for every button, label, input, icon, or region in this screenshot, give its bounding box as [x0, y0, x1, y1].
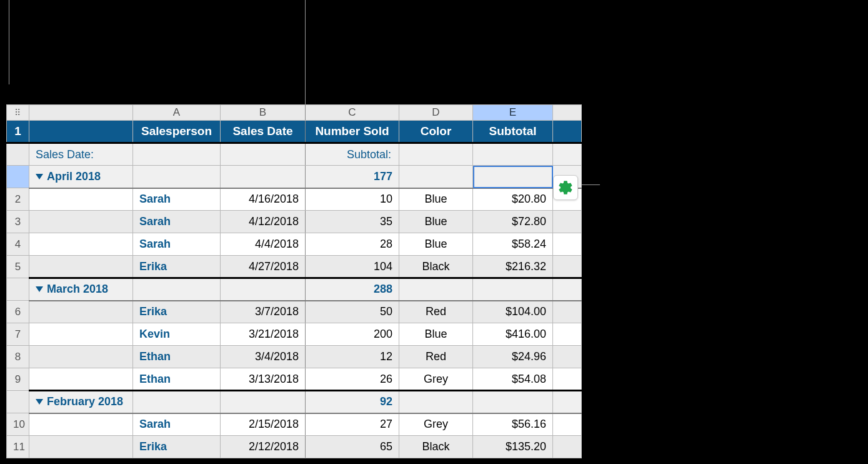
cell[interactable] [133, 166, 221, 188]
cell[interactable] [29, 413, 133, 436]
cell[interactable] [399, 278, 473, 301]
header-cell-tail[interactable] [553, 121, 582, 143]
cell[interactable] [29, 323, 133, 346]
cell-subtotal[interactable]: $24.96 [473, 346, 553, 368]
cell[interactable] [553, 368, 582, 391]
group-total-numbersold[interactable]: 92 [306, 391, 399, 413]
cell-numbersold[interactable]: 200 [306, 323, 399, 346]
cell-salesperson[interactable]: Ethan [133, 368, 221, 391]
column-header-tail[interactable] [553, 105, 582, 121]
cell-salesperson[interactable]: Sarah [133, 188, 221, 211]
cell-subtotal[interactable]: $104.00 [473, 301, 553, 323]
group-toggle[interactable]: March 2018 [29, 278, 133, 301]
cell-salesperson[interactable]: Sarah [133, 233, 221, 256]
cell-subtotal[interactable]: $135.20 [473, 436, 553, 458]
cell[interactable] [553, 256, 582, 278]
cell[interactable] [133, 143, 221, 166]
cell[interactable] [221, 166, 306, 188]
cell-date[interactable]: 2/12/2018 [221, 436, 306, 458]
cell[interactable] [553, 143, 582, 166]
cell[interactable] [473, 278, 553, 301]
cell[interactable] [29, 188, 133, 211]
cell[interactable] [553, 233, 582, 256]
cell[interactable] [29, 346, 133, 368]
cell[interactable] [29, 211, 133, 233]
cell-numbersold[interactable]: 104 [306, 256, 399, 278]
row-number[interactable]: 6 [7, 301, 29, 323]
row-number[interactable]: 4 [7, 233, 29, 256]
cell-color[interactable]: Black [399, 256, 473, 278]
cell-subtotal[interactable]: $56.16 [473, 413, 553, 436]
cell-color[interactable]: Blue [399, 188, 473, 211]
cell-date[interactable]: 3/21/2018 [221, 323, 306, 346]
cell-salesperson[interactable]: Sarah [133, 413, 221, 436]
row-number[interactable]: 5 [7, 256, 29, 278]
cell[interactable] [553, 301, 582, 323]
cell[interactable] [553, 391, 582, 413]
group-total-numbersold[interactable]: 288 [306, 278, 399, 301]
group-toggle[interactable]: April 2018 [29, 166, 133, 188]
cell-numbersold[interactable]: 35 [306, 211, 399, 233]
selected-cell[interactable] [473, 166, 553, 188]
cell-color[interactable]: Grey [399, 413, 473, 436]
cell-date[interactable]: 2/15/2018 [221, 413, 306, 436]
cell[interactable] [553, 346, 582, 368]
column-header-C[interactable]: C [306, 105, 399, 121]
cell-numbersold[interactable]: 27 [306, 413, 399, 436]
cell[interactable] [133, 278, 221, 301]
row-number[interactable]: 2 [7, 188, 29, 211]
cell[interactable] [553, 323, 582, 346]
row-number[interactable]: 11 [7, 436, 29, 458]
cell[interactable] [221, 278, 306, 301]
cell-numbersold[interactable]: 65 [306, 436, 399, 458]
cell[interactable] [221, 143, 306, 166]
cell[interactable] [133, 391, 221, 413]
row-number[interactable]: 1 [7, 121, 29, 143]
row-number[interactable]: 3 [7, 211, 29, 233]
cell-color[interactable]: Red [399, 301, 473, 323]
column-header-A[interactable]: A [133, 105, 221, 121]
cell[interactable] [29, 233, 133, 256]
header-cell-subtotal[interactable]: Subtotal [473, 121, 553, 143]
category-options-button[interactable] [553, 175, 578, 200]
cell[interactable] [29, 301, 133, 323]
cell[interactable] [399, 166, 473, 188]
summary-subtotal-label[interactable]: Subtotal: [306, 143, 399, 166]
cell[interactable] [29, 436, 133, 458]
cell-date[interactable]: 4/12/2018 [221, 211, 306, 233]
cell[interactable] [553, 211, 582, 233]
cell-date[interactable]: 4/16/2018 [221, 188, 306, 211]
cell[interactable] [553, 436, 582, 458]
column-header-E[interactable]: E [473, 105, 553, 121]
cell-numbersold[interactable]: 28 [306, 233, 399, 256]
header-cell-salesdate[interactable]: Sales Date [221, 121, 306, 143]
cell-subtotal[interactable]: $416.00 [473, 323, 553, 346]
summary-salesdate-label[interactable]: Sales Date: [29, 143, 133, 166]
cell-salesperson[interactable]: Kevin [133, 323, 221, 346]
cell-salesperson[interactable]: Sarah [133, 211, 221, 233]
cell-color[interactable]: Grey [399, 368, 473, 391]
cell-color[interactable]: Red [399, 346, 473, 368]
cell[interactable] [553, 413, 582, 436]
cell-salesperson[interactable]: Erika [133, 256, 221, 278]
cell-subtotal[interactable]: $54.08 [473, 368, 553, 391]
column-header-D[interactable]: D [399, 105, 473, 121]
column-header-B[interactable]: B [221, 105, 306, 121]
header-cell-salesperson[interactable]: Salesperson [133, 121, 221, 143]
header-cell-color[interactable]: Color [399, 121, 473, 143]
cell[interactable] [473, 143, 553, 166]
cell-subtotal[interactable]: $72.80 [473, 211, 553, 233]
cell-color[interactable]: Blue [399, 211, 473, 233]
cell-subtotal[interactable]: $216.32 [473, 256, 553, 278]
column-header-blank[interactable] [29, 105, 133, 121]
cell-numbersold[interactable]: 50 [306, 301, 399, 323]
cell-date[interactable]: 3/7/2018 [221, 301, 306, 323]
cell-date[interactable]: 4/4/2018 [221, 233, 306, 256]
cell-subtotal[interactable]: $58.24 [473, 233, 553, 256]
cell-salesperson[interactable]: Ethan [133, 346, 221, 368]
row-number[interactable]: 7 [7, 323, 29, 346]
cell-numbersold[interactable]: 26 [306, 368, 399, 391]
cell[interactable] [29, 256, 133, 278]
cell-date[interactable]: 4/27/2018 [221, 256, 306, 278]
cell-date[interactable]: 3/13/2018 [221, 368, 306, 391]
